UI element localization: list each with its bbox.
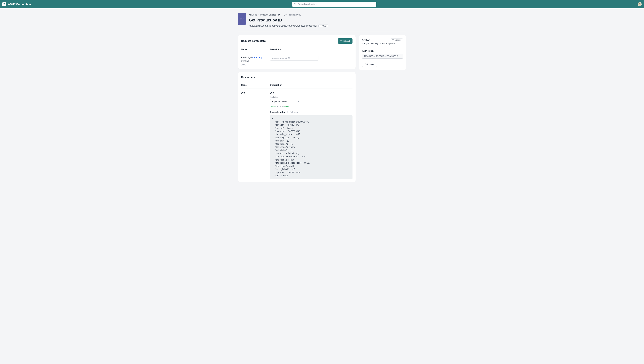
layout: Request parameters Try it out Name Descr…: [238, 35, 406, 182]
response-row: 200 200 Media type application/json ▾ Co…: [241, 88, 352, 179]
param-name-line: Product_id (required): [241, 56, 270, 59]
app-logo[interactable]: [2, 2, 6, 6]
svg-point-0: [294, 3, 296, 4]
edit-token-button[interactable]: Edit token: [362, 62, 377, 67]
hint-word: header.: [284, 106, 289, 107]
responses-table: Code Description 200 200 Media type appl…: [241, 82, 352, 179]
response-code: 200: [241, 88, 270, 179]
manage-label: Manage: [394, 39, 402, 41]
app-header: ACME Corporation R: [0, 0, 644, 8]
avatar-initial: R: [639, 3, 640, 6]
param-required: (required): [252, 56, 262, 58]
copy-button[interactable]: Copy: [318, 24, 328, 27]
chevron-right-icon: ›: [258, 14, 259, 16]
params-table: Name Description Product_id (required): [241, 46, 352, 66]
param-in: (path): [241, 63, 270, 66]
col-name: Name: [241, 46, 270, 53]
page-container: GET My APIs › Product Catalog API › Get …: [238, 8, 406, 189]
params-head: Request parameters Try it out: [241, 38, 352, 44]
svg-line-1: [296, 4, 296, 4]
param-input[interactable]: [270, 56, 318, 60]
media-type-label: Media type: [270, 96, 352, 98]
hint-word: Accept: [277, 106, 283, 107]
responses-card: Responses Code Description 200 200: [238, 72, 356, 182]
api-key-title: API KEY: [362, 38, 371, 42]
col-description: Description: [270, 82, 352, 88]
manage-button[interactable]: Manage: [391, 38, 403, 41]
endpoint-url: https://apim.peatql.io/api/v2/product-ca…: [249, 24, 317, 28]
breadcrumb: My APIs › Product Catalog API › Get Prod…: [249, 13, 406, 16]
response-tabs: Example value Schema: [270, 110, 352, 114]
param-row: Product_id (required) String (path): [241, 53, 352, 66]
search-wrap: [292, 2, 376, 7]
responses-title: Responses: [241, 75, 255, 79]
star-icon: [3, 2, 6, 6]
media-hint: Controls Accept header.: [270, 105, 352, 108]
breadcrumb-item[interactable]: My APIs: [249, 13, 257, 16]
api-key-card: API KEY Manage Set your API key to test …: [359, 35, 406, 70]
api-key-head: API KEY Manage: [362, 38, 403, 42]
chevron-right-icon: ›: [282, 14, 282, 16]
hint-word: Controls: [270, 106, 276, 107]
method-label: GET: [240, 18, 244, 20]
params-card: Request parameters Try it out Name Descr…: [238, 35, 356, 69]
main-column: Request parameters Try it out Name Descr…: [238, 35, 356, 182]
search-box: [292, 2, 376, 7]
copy-label: Copy: [322, 25, 327, 27]
page-header-body: My APIs › Product Catalog API › Get Prod…: [249, 13, 406, 28]
param-type: String: [241, 59, 270, 63]
try-it-out-button[interactable]: Try it out: [338, 38, 352, 44]
breadcrumb-current: Get Product by ID: [284, 13, 301, 16]
chevron-down-icon: ▾: [298, 100, 299, 103]
avatar[interactable]: R: [638, 2, 642, 6]
col-code: Code: [241, 82, 270, 88]
media-selected: application/json: [272, 100, 287, 103]
auth-token-label: Auth token: [362, 49, 403, 53]
api-key-subtitle: Set your API key to test endpoints.: [362, 42, 403, 45]
url-row: https://apim.peatql.io/api/v2/product-ca…: [249, 24, 406, 28]
col-description: Description: [270, 46, 352, 53]
header-left: ACME Corporation: [2, 2, 31, 6]
example-code[interactable]: { "id": "prod_NWjs8kKbJWmuuc", "object":…: [270, 115, 352, 179]
breadcrumb-item[interactable]: Product Catalog API: [260, 13, 280, 16]
response-desc: 200: [270, 91, 352, 94]
side-column: API KEY Manage Set your API key to test …: [359, 35, 406, 70]
tab-schema[interactable]: Schema: [290, 110, 298, 114]
tab-example-value[interactable]: Example value: [270, 110, 285, 114]
auth-token-input[interactable]: [362, 54, 403, 58]
media-type-select[interactable]: application/json ▾: [270, 99, 300, 104]
params-title: Request parameters: [241, 39, 266, 43]
param-name: Product_id: [241, 56, 252, 58]
svg-point-4: [393, 40, 394, 40]
org-name: ACME Corporation: [8, 2, 31, 6]
copy-icon: [320, 25, 322, 27]
search-input[interactable]: [292, 2, 376, 7]
gear-icon: [392, 39, 394, 41]
search-icon: [294, 2, 296, 6]
page-header: GET My APIs › Product Catalog API › Get …: [238, 13, 406, 32]
responses-head: Responses: [241, 75, 352, 79]
method-badge: GET: [238, 13, 246, 25]
page-title: Get Product by ID: [249, 17, 406, 23]
